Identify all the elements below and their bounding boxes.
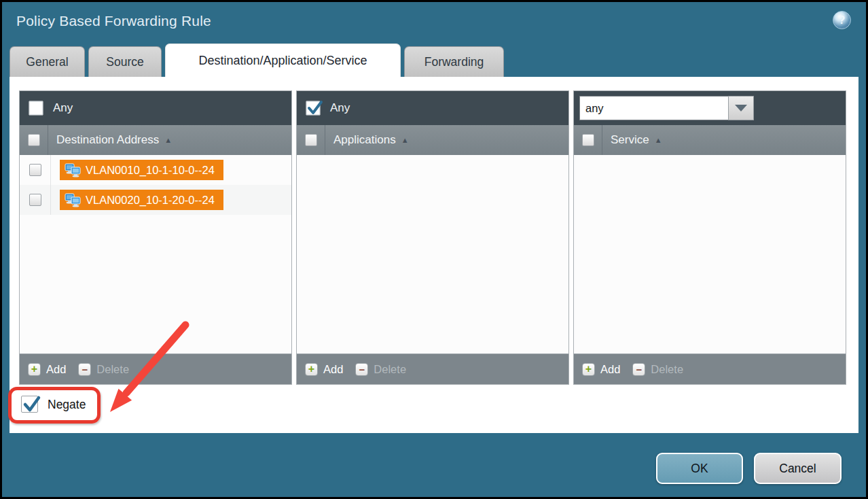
dialog-title: Policy Based Forwarding Rule: [16, 13, 211, 29]
add-label: Add: [323, 363, 343, 376]
destination-any-checkbox[interactable]: [29, 101, 43, 116]
add-label: Add: [600, 363, 620, 376]
service-sort-header[interactable]: Service ▲: [602, 125, 662, 155]
delete-minus-icon: −: [632, 363, 645, 376]
destination-address-panel: Any Destination Address ▲: [19, 90, 292, 385]
applications-any-checkbox[interactable]: [306, 101, 321, 116]
applications-list: [297, 155, 568, 354]
service-toolbar: + Add − Delete: [574, 354, 846, 384]
applications-any-label: Any: [330, 101, 350, 115]
applications-select-all-checkbox[interactable]: [305, 134, 317, 146]
address-object-item[interactable]: VLAN0010_10-1-10-0--24: [60, 160, 223, 180]
row-checkbox[interactable]: [29, 194, 41, 206]
policy-based-forwarding-dialog: Policy Based Forwarding Rule ? General S…: [2, 2, 866, 497]
destination-select-all-checkbox[interactable]: [28, 134, 40, 146]
table-row: VLAN0010_10-1-10-0--24: [20, 155, 291, 185]
applications-toolbar: + Add − Delete: [297, 354, 568, 384]
delete-button[interactable]: − Delete: [632, 363, 683, 376]
address-object-item[interactable]: VLAN0020_10-1-20-0--24: [60, 190, 223, 210]
destination-toolbar: + Add − Delete: [20, 354, 291, 384]
delete-button[interactable]: − Delete: [78, 363, 129, 376]
tab-forwarding[interactable]: Forwarding: [404, 46, 504, 77]
add-button[interactable]: + Add: [305, 363, 343, 376]
applications-any-row: Any: [297, 91, 568, 125]
add-button[interactable]: + Add: [28, 363, 66, 376]
network-hosts-icon: [65, 192, 81, 207]
address-object-label: VLAN0020_10-1-20-0--24: [86, 194, 215, 207]
add-plus-icon: +: [582, 363, 595, 376]
delete-minus-icon: −: [78, 363, 91, 376]
add-button[interactable]: + Add: [582, 363, 620, 376]
service-column-label: Service: [611, 133, 649, 147]
tab-destination-application-service[interactable]: Destination/Application/Service: [165, 44, 401, 77]
tab-content: Any Destination Address ▲: [10, 77, 858, 433]
sort-ascending-icon: ▲: [164, 136, 172, 144]
service-list: [574, 155, 846, 354]
destination-any-label: Any: [53, 101, 73, 115]
service-mode-value[interactable]: [579, 96, 728, 120]
destination-any-row: Any: [20, 91, 291, 125]
dropdown-button[interactable]: [728, 96, 754, 120]
negate-checkbox[interactable]: [21, 396, 38, 413]
sort-ascending-icon: ▲: [401, 136, 409, 144]
service-mode-dropdown: [579, 96, 754, 120]
help-icon[interactable]: ?: [833, 11, 851, 29]
tab-general[interactable]: General: [10, 46, 85, 77]
negate-label: Negate: [48, 398, 86, 412]
delete-button[interactable]: − Delete: [355, 363, 406, 376]
delete-minus-icon: −: [355, 363, 368, 376]
applications-column-header: Applications ▲: [297, 125, 568, 155]
applications-column-label: Applications: [333, 133, 396, 147]
delete-label: Delete: [651, 363, 683, 376]
add-plus-icon: +: [28, 363, 41, 376]
add-label: Add: [46, 363, 66, 376]
delete-label: Delete: [374, 363, 406, 376]
ok-button[interactable]: OK: [656, 453, 743, 484]
applications-sort-header[interactable]: Applications ▲: [325, 125, 409, 155]
add-plus-icon: +: [305, 363, 318, 376]
network-hosts-icon: [65, 162, 81, 177]
destination-list: VLAN0010_10-1-10-0--24: [20, 155, 291, 354]
service-panel: Service ▲ + Add − Delete: [573, 90, 846, 385]
service-column-header: Service ▲: [574, 125, 846, 155]
destination-sort-header[interactable]: Destination Address ▲: [48, 125, 172, 155]
sort-ascending-icon: ▲: [655, 136, 662, 144]
dialog-titlebar: Policy Based Forwarding Rule ?: [2, 2, 866, 44]
tab-source[interactable]: Source: [88, 46, 162, 77]
chevron-down-icon: [735, 105, 747, 111]
address-object-label: VLAN0010_10-1-10-0--24: [86, 164, 215, 177]
table-row: VLAN0020_10-1-20-0--24: [20, 185, 291, 215]
destination-column-header: Destination Address ▲: [20, 125, 291, 155]
cancel-button[interactable]: Cancel: [754, 453, 842, 484]
row-checkbox[interactable]: [29, 164, 41, 176]
applications-panel: Any Applications ▲ + Add − Delete: [296, 90, 569, 385]
service-mode-row: [574, 91, 846, 125]
delete-label: Delete: [96, 363, 129, 376]
service-select-all-checkbox[interactable]: [582, 134, 594, 146]
destination-column-label: Destination Address: [56, 133, 159, 147]
